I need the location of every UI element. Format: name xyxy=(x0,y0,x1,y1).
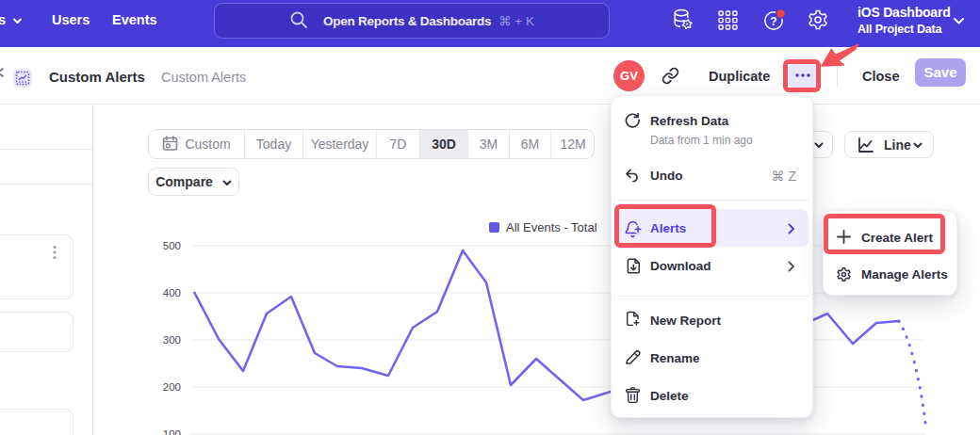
svg-text:500: 500 xyxy=(163,240,181,251)
svg-text:?: ? xyxy=(770,15,776,28)
svg-text:200: 200 xyxy=(163,381,181,393)
svg-text:100: 100 xyxy=(163,428,181,435)
svg-text:All Events - Total: All Events - Total xyxy=(506,220,597,234)
svg-text:400: 400 xyxy=(163,287,181,298)
svg-text:300: 300 xyxy=(163,334,181,346)
